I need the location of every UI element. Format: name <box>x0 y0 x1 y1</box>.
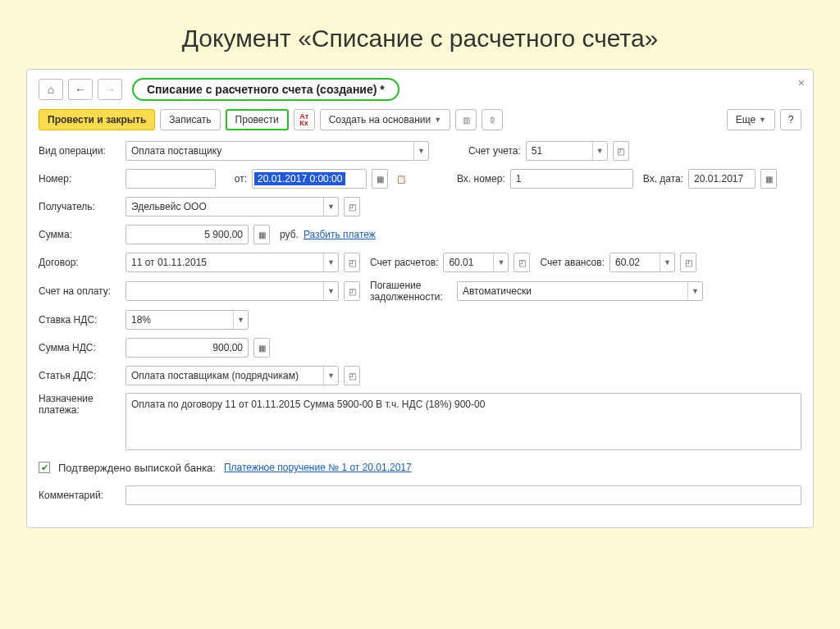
dds-open-button[interactable]: ◰ <box>344 366 360 385</box>
vat-calc-button[interactable]: ▦ <box>253 338 270 358</box>
dds-value: Оплата поставщикам (подрядчикам) <box>131 370 299 381</box>
op-type-select[interactable]: Оплата поставщику▼ <box>126 141 429 161</box>
currency-label: руб. <box>280 229 299 240</box>
calendar-button[interactable]: ▦ <box>372 169 388 189</box>
close-icon[interactable]: × <box>798 76 805 89</box>
debt-select[interactable]: Автоматически▼ <box>457 281 703 301</box>
document-title: Списание с расчетного счета (создание) * <box>132 78 399 101</box>
in-date-label: Вх. дата: <box>643 173 683 185</box>
attach-icon-button[interactable]: 𝟘 <box>482 109 503 130</box>
acct-adv-open-button[interactable]: ◰ <box>680 253 696 272</box>
invoice-label: Счет на оплату: <box>39 285 121 297</box>
account-select[interactable]: 51▼ <box>526 141 608 161</box>
create-based-label: Создать на основании <box>329 114 431 125</box>
in-date-calendar-button[interactable]: ▦ <box>760 169 777 189</box>
payee-value: Эдельвейс ООО <box>131 201 207 212</box>
contract-label: Договор: <box>39 257 121 268</box>
invoice-select[interactable]: ▼ <box>126 281 339 301</box>
vat-sum-input[interactable]: 900,00 <box>126 338 249 358</box>
more-button[interactable]: Еще▼ <box>727 109 775 130</box>
acct-calc-value: 60.01 <box>449 257 473 268</box>
number-label: Номер: <box>39 173 121 185</box>
in-number-label: Вх. номер: <box>457 173 505 185</box>
purpose-label: Назначение платежа: <box>39 393 121 416</box>
acct-adv-value: 60.02 <box>615 257 640 268</box>
post-and-close-button[interactable]: Провести и закрыть <box>39 109 155 130</box>
comment-input[interactable] <box>126 485 801 505</box>
in-number-input[interactable]: 1 <box>510 169 633 189</box>
sum-label: Сумма: <box>39 229 121 240</box>
account-open-button[interactable]: ◰ <box>613 141 629 161</box>
payee-select[interactable]: Эдельвейс ООО▼ <box>126 197 339 217</box>
comment-label: Комментарий: <box>39 490 121 501</box>
post-button[interactable]: Провести <box>226 109 289 130</box>
op-type-label: Вид операции: <box>39 145 121 157</box>
number-input[interactable] <box>126 169 216 189</box>
payee-label: Получатель: <box>39 201 121 212</box>
vat-rate-select[interactable]: 18%▼ <box>126 310 249 330</box>
payee-open-button[interactable]: ◰ <box>344 197 360 217</box>
dds-label: Статья ДДС: <box>39 370 121 381</box>
vat-rate-label: Ставка НДС: <box>39 314 121 326</box>
create-based-on-button[interactable]: Создать на основании▼ <box>320 109 450 130</box>
payment-order-link[interactable]: Платежное поручение № 1 от 20.01.2017 <box>224 462 412 473</box>
home-button[interactable]: ⌂ <box>39 79 63 100</box>
contract-open-button[interactable]: ◰ <box>344 253 360 272</box>
contract-value: 11 от 01.11.2015 <box>131 257 207 268</box>
slide-title: Документ «Списание с расчетного счета» <box>25 25 815 52</box>
vat-sum-label: Сумма НДС: <box>39 342 121 353</box>
back-button[interactable]: ← <box>68 79 93 100</box>
calculator-button[interactable]: ▦ <box>253 225 270 244</box>
dds-select[interactable]: Оплата поставщикам (подрядчикам)▼ <box>126 366 339 385</box>
acct-calc-open-button[interactable]: ◰ <box>514 253 530 272</box>
account-label: Счет учета: <box>468 145 521 157</box>
vat-rate-value: 18% <box>131 314 151 326</box>
toolbar: Провести и закрыть Записать Провести АтК… <box>39 109 801 130</box>
acct-calc-label: Счет расчетов: <box>370 257 438 268</box>
account-value: 51 <box>532 145 542 157</box>
confirmed-label: Подтверждено выпиской банка: <box>58 462 216 474</box>
acct-calc-select[interactable]: 60.01▼ <box>443 253 509 272</box>
invoice-open-button[interactable]: ◰ <box>344 281 360 301</box>
dtk-icon-button[interactable]: АтКх <box>294 109 315 130</box>
confirmed-checkbox[interactable]: ✔ <box>39 462 50 473</box>
debt-value: Автоматически <box>463 285 532 297</box>
forward-button[interactable]: → <box>98 79 122 100</box>
report-icon-button[interactable]: ▥ <box>455 109 477 130</box>
op-type-value: Оплата поставщику <box>131 145 221 157</box>
purpose-textarea[interactable]: Оплата по договору 11 от 01.11.2015 Сумм… <box>126 393 801 450</box>
debt-label: Погашение задолженности: <box>370 280 452 303</box>
save-button[interactable]: Записать <box>160 109 220 130</box>
contract-select[interactable]: 11 от 01.11.2015▼ <box>126 253 339 272</box>
sum-input[interactable]: 5 900,00 <box>126 225 249 244</box>
acct-adv-select[interactable]: 60.02▼ <box>609 253 675 272</box>
date-value: 20.01.2017 0:00:00 <box>254 172 345 185</box>
from-label: от: <box>226 173 247 185</box>
date-input[interactable]: 20.01.2017 0:00:00 <box>252 169 367 189</box>
calendar-icon[interactable]: 📋 <box>393 169 409 189</box>
acct-adv-label: Счет авансов: <box>540 257 605 268</box>
help-button[interactable]: ? <box>780 109 801 130</box>
split-payment-link[interactable]: Разбить платеж <box>304 229 376 240</box>
in-date-input[interactable]: 20.01.2017 <box>688 169 756 189</box>
document-window: × ⌂ ← → Списание с расчетного счета (соз… <box>26 69 814 528</box>
title-bar: ⌂ ← → Списание с расчетного счета (созда… <box>39 78 801 101</box>
more-label: Еще <box>736 114 756 125</box>
